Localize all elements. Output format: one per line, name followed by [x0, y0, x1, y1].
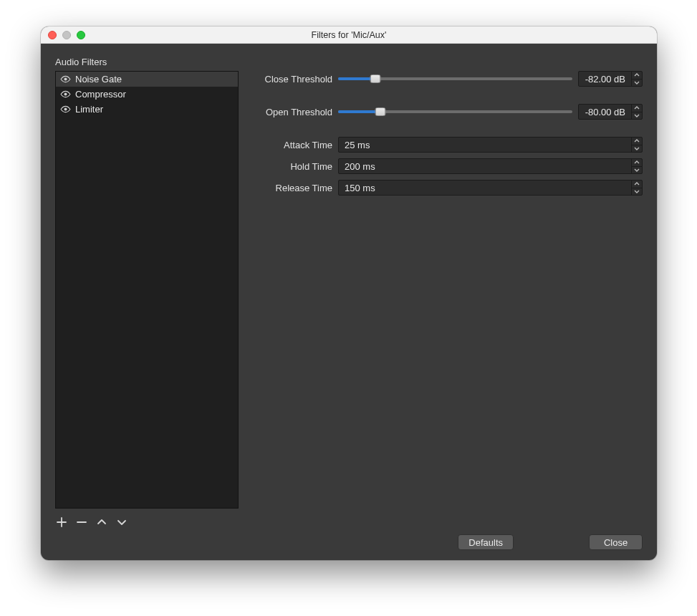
open-threshold-spinbox[interactable]: -80.00 dB — [578, 104, 643, 120]
sidebar-actions — [55, 509, 239, 529]
attack-time-label: Attack Time — [261, 140, 332, 150]
hold-time-value[interactable]: 200 ms — [339, 159, 631, 173]
chevron-up-icon — [97, 517, 107, 527]
hold-time-spinbox[interactable]: 200 ms — [338, 158, 643, 174]
filter-item-noise-gate[interactable]: Noise Gate — [56, 72, 238, 87]
move-filter-down-button[interactable] — [115, 516, 128, 529]
close-threshold-row: Close Threshold -82.00 dB — [261, 71, 643, 87]
open-threshold-decrement[interactable] — [632, 112, 642, 120]
chevron-down-icon — [117, 517, 127, 527]
filter-item-limiter[interactable]: Limiter — [56, 102, 238, 117]
release-time-increment[interactable] — [632, 181, 642, 188]
close-threshold-value[interactable]: -82.00 dB — [579, 72, 631, 86]
move-filter-up-button[interactable] — [95, 516, 108, 529]
filter-item-label: Noise Gate — [75, 74, 122, 85]
sidebar-title: Audio Filters — [55, 57, 239, 67]
window-controls — [41, 31, 85, 39]
hold-time-increment[interactable] — [632, 159, 642, 167]
hold-time-decrement[interactable] — [632, 167, 642, 174]
plus-icon — [57, 517, 67, 527]
release-time-row: Release Time 150 ms — [261, 180, 643, 196]
chevron-down-icon — [634, 190, 640, 193]
minus-icon — [77, 517, 87, 527]
svg-point-0 — [64, 77, 67, 80]
attack-time-spinbox[interactable]: 25 ms — [338, 137, 643, 153]
chevron-down-icon — [634, 168, 640, 172]
release-time-value[interactable]: 150 ms — [339, 181, 631, 195]
open-threshold-label: Open Threshold — [261, 107, 332, 117]
attack-time-increment[interactable] — [632, 138, 642, 145]
filter-properties: Close Threshold -82.00 dB Open Th — [261, 57, 643, 529]
sidebar: Audio Filters Noise Gate — [55, 57, 239, 529]
close-threshold-increment[interactable] — [632, 72, 642, 80]
chevron-up-icon — [634, 160, 640, 164]
chevron-down-icon — [634, 114, 640, 117]
close-window-icon[interactable] — [48, 31, 57, 39]
close-button[interactable]: Close — [589, 534, 643, 550]
eye-icon[interactable] — [60, 75, 71, 83]
chevron-up-icon — [634, 106, 640, 110]
footer: Defaults Close — [55, 529, 643, 550]
chevron-up-icon — [634, 73, 640, 77]
close-threshold-spinbox[interactable]: -82.00 dB — [578, 71, 643, 87]
add-filter-button[interactable] — [55, 516, 68, 529]
chevron-up-icon — [634, 139, 640, 143]
release-time-spinbox[interactable]: 150 ms — [338, 180, 643, 196]
window-title: Filters for 'Mic/Aux' — [41, 30, 657, 40]
filter-list[interactable]: Noise Gate Compressor — [55, 71, 239, 509]
maximize-window-icon[interactable] — [77, 31, 85, 39]
chevron-down-icon — [634, 147, 640, 150]
open-threshold-increment[interactable] — [632, 105, 642, 112]
open-threshold-value[interactable]: -80.00 dB — [579, 105, 631, 119]
attack-time-decrement[interactable] — [632, 145, 642, 153]
remove-filter-button[interactable] — [75, 516, 88, 529]
filter-item-compressor[interactable]: Compressor — [56, 87, 238, 102]
close-threshold-decrement[interactable] — [632, 80, 642, 87]
release-time-label: Release Time — [261, 183, 332, 193]
filters-window: Filters for 'Mic/Aux' Audio Filters Nois… — [41, 27, 657, 560]
hold-time-row: Hold Time 200 ms — [261, 158, 643, 174]
chevron-up-icon — [634, 182, 640, 186]
eye-icon[interactable] — [60, 90, 71, 98]
filter-item-label: Compressor — [75, 89, 126, 100]
svg-point-1 — [64, 92, 67, 95]
svg-point-2 — [64, 107, 67, 110]
attack-time-value[interactable]: 25 ms — [339, 138, 631, 152]
release-time-decrement[interactable] — [632, 188, 642, 196]
eye-icon[interactable] — [60, 105, 71, 113]
attack-time-row: Attack Time 25 ms — [261, 137, 643, 153]
chevron-down-icon — [634, 81, 640, 85]
defaults-button[interactable]: Defaults — [458, 534, 514, 550]
minimize-window-icon[interactable] — [62, 31, 71, 39]
close-threshold-label: Close Threshold — [261, 74, 332, 85]
open-threshold-row: Open Threshold -80.00 dB — [261, 104, 643, 120]
filter-item-label: Limiter — [75, 104, 103, 115]
close-threshold-slider[interactable] — [338, 72, 572, 85]
open-threshold-slider[interactable] — [338, 105, 572, 118]
titlebar[interactable]: Filters for 'Mic/Aux' — [41, 27, 657, 44]
hold-time-label: Hold Time — [261, 161, 332, 172]
